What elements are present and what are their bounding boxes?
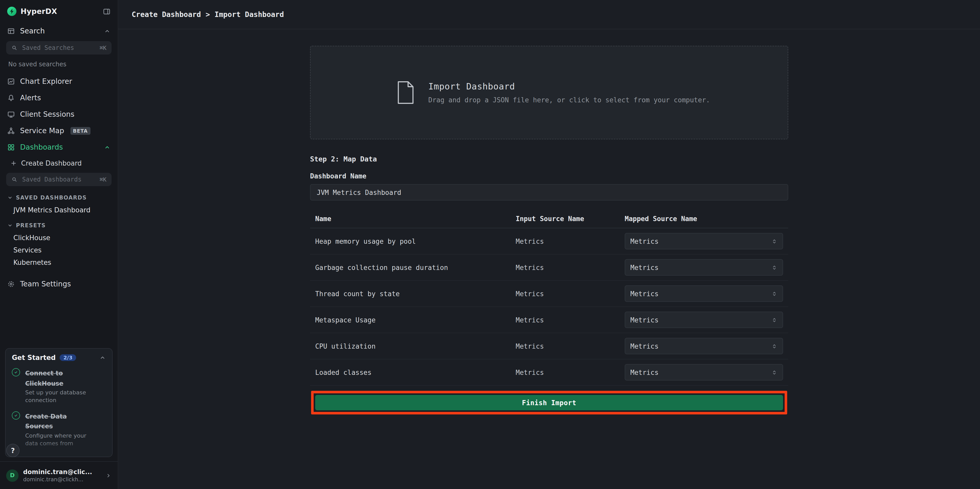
search-icon xyxy=(11,45,18,51)
table-row: Heap memory usage by pool Metrics Metric… xyxy=(310,228,788,255)
nav-label: Alerts xyxy=(20,94,41,102)
mapped-source-value: Metrics xyxy=(630,263,659,271)
saved-searches-search[interactable]: ⌘K xyxy=(6,41,111,54)
dashboards-grid-icon xyxy=(7,143,15,151)
mapped-source-value: Metrics xyxy=(630,368,659,376)
finish-import-button[interactable]: Finish Import xyxy=(315,395,783,410)
mapped-source-select[interactable]: Metrics xyxy=(625,312,783,328)
hyperdx-logo-icon xyxy=(7,7,16,16)
presets-section-toggle[interactable]: PRESETS xyxy=(0,219,118,231)
saved-dashboards-section-label: SAVED DASHBOARDS xyxy=(16,194,87,201)
beta-badge: BETA xyxy=(70,127,91,134)
breadcrumb-separator: > xyxy=(206,10,210,19)
dropzone-subtitle: Drag and drop a JSON file here, or click… xyxy=(428,96,710,104)
task-create-data-sources[interactable]: Create Data Sources Configure where your… xyxy=(12,411,106,448)
select-updown-icon xyxy=(771,369,778,376)
sidebar-item-client-sessions[interactable]: Client Sessions xyxy=(0,106,118,123)
dropzone-title: Import Dashboard xyxy=(428,81,710,92)
dashboard-name-input[interactable] xyxy=(310,184,788,201)
create-dashboard-button[interactable]: Create Dashboard xyxy=(0,155,118,171)
gear-icon xyxy=(7,280,15,288)
user-email: dominic.tran@clickh... xyxy=(23,476,92,482)
nav-label: Client Sessions xyxy=(20,110,74,118)
import-dashboard-panel: Import Dashboard Drag and drop a JSON fi… xyxy=(310,46,788,414)
search-section-label: Search xyxy=(20,27,45,35)
table-row: CPU utilization Metrics Metrics xyxy=(310,333,788,359)
select-updown-icon xyxy=(771,343,778,349)
user-menu[interactable]: D dominic.tran@clic... dominic.tran@clic… xyxy=(0,461,118,489)
row-input-source: Metrics xyxy=(516,316,625,324)
col-header-input-source: Input Source Name xyxy=(516,215,625,223)
sidebar-item-chart-explorer[interactable]: Chart Explorer xyxy=(0,73,118,89)
table-row: Thread count by state Metrics Metrics xyxy=(310,281,788,307)
breadcrumb-create-dashboard[interactable]: Create Dashboard xyxy=(132,10,201,19)
mapped-source-value: Metrics xyxy=(630,290,659,298)
sidebar-item-alerts[interactable]: Alerts xyxy=(0,89,118,106)
mapped-source-select[interactable]: Metrics xyxy=(625,285,783,302)
bell-icon xyxy=(7,94,15,102)
saved-dashboards-shortcut: ⌘K xyxy=(100,176,107,183)
check-circle-icon xyxy=(12,411,20,420)
chevron-right-icon xyxy=(105,472,111,478)
chevron-down-icon xyxy=(7,194,13,200)
task-desc: Set up your database connection xyxy=(25,389,92,405)
task-title: Add Data xyxy=(25,456,57,457)
row-input-source: Metrics xyxy=(516,368,625,376)
main-area: Create Dashboard > Import Dashboard Impo… xyxy=(118,0,980,489)
mapped-source-select[interactable]: Metrics xyxy=(625,364,783,381)
col-header-mapped-source: Mapped Source Name xyxy=(625,215,783,223)
saved-dashboard-item-jvm[interactable]: JVM Metrics Dashboard xyxy=(0,204,118,216)
mapped-source-select[interactable]: Metrics xyxy=(625,233,783,249)
nav-label: Dashboards xyxy=(20,143,63,151)
select-updown-icon xyxy=(771,264,778,271)
saved-dashboards-search[interactable]: ⌘K xyxy=(6,173,111,186)
row-name: Garbage collection pause duration xyxy=(315,263,516,271)
team-settings-label: Team Settings xyxy=(20,280,71,288)
row-name: Thread count by state xyxy=(315,290,516,298)
saved-searches-input[interactable] xyxy=(21,44,96,52)
task-title: Connect to ClickHouse xyxy=(25,370,64,387)
chevron-up-icon xyxy=(104,144,111,150)
help-button[interactable]: ? xyxy=(6,444,19,457)
saved-dashboards-section-toggle[interactable]: SAVED DASHBOARDS xyxy=(0,191,118,204)
nav-label: Service Map xyxy=(20,126,64,135)
chevron-down-icon xyxy=(7,222,13,228)
create-dashboard-label: Create Dashboard xyxy=(21,159,82,167)
preset-item-kubernetes[interactable]: Kubernetes xyxy=(0,256,118,268)
mapped-source-select[interactable]: Metrics xyxy=(625,259,783,276)
get-started-progress-badge: 2/3 xyxy=(60,354,76,361)
preset-item-clickhouse[interactable]: ClickHouse xyxy=(0,231,118,244)
file-icon xyxy=(395,81,415,104)
sidebar-item-team-settings[interactable]: Team Settings xyxy=(0,276,118,292)
task-desc: Configure where your data comes from xyxy=(25,432,92,448)
chevron-up-icon xyxy=(99,354,106,361)
preset-item-services[interactable]: Services xyxy=(0,244,118,256)
row-name: Loaded classes xyxy=(315,368,516,376)
file-dropzone[interactable]: Import Dashboard Drag and drop a JSON fi… xyxy=(310,46,788,139)
check-circle-icon xyxy=(12,368,20,376)
service-map-icon xyxy=(7,127,15,134)
row-name: Heap memory usage by pool xyxy=(315,237,516,245)
mapped-source-value: Metrics xyxy=(630,316,659,324)
plus-icon xyxy=(10,160,17,166)
chevron-up-icon xyxy=(104,27,111,34)
nav-label: Chart Explorer xyxy=(20,77,72,85)
get-started-header[interactable]: Get Started 2/3 xyxy=(12,354,106,362)
task-add-data[interactable]: Add Data Start sending logs, metrics, or… xyxy=(12,454,106,457)
mapped-source-select[interactable]: Metrics xyxy=(625,338,783,354)
sidebar-collapse-button[interactable] xyxy=(103,8,111,15)
col-header-name: Name xyxy=(315,215,516,223)
step-label: Step 2: Map Data xyxy=(310,155,788,163)
select-updown-icon xyxy=(771,238,778,244)
sidebar-item-dashboards[interactable]: Dashboards xyxy=(0,139,118,155)
sidebar-item-service-map[interactable]: Service Map BETA xyxy=(0,123,118,139)
task-connect-clickhouse[interactable]: Connect to ClickHouse Set up your databa… xyxy=(12,368,106,405)
saved-dashboards-input[interactable] xyxy=(21,175,96,183)
user-name: dominic.tran@clic... xyxy=(23,468,92,476)
row-input-source: Metrics xyxy=(516,290,625,298)
sidebar-section-search[interactable]: Search xyxy=(0,22,118,39)
task-title: Create Data Sources xyxy=(25,413,67,430)
table-row: Metaspace Usage Metrics Metrics xyxy=(310,307,788,333)
search-icon xyxy=(11,176,18,183)
avatar: D xyxy=(6,469,19,481)
